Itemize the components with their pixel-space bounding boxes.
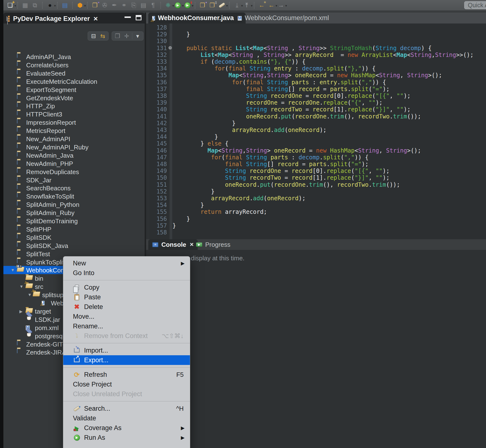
tree-row-SDK_Jar[interactable]: SDK_Jar (3, 176, 145, 184)
tree-row-SplitSDK_Java[interactable]: SplitSDK_Java (3, 241, 145, 250)
tree-row-SplitDemoTraining[interactable]: SplitDemoTraining (3, 217, 145, 225)
line-number-129: 129 (156, 31, 167, 38)
marker-pen-icon[interactable]: ▼ (217, 1, 227, 10)
quick-access-field[interactable]: Quick A (464, 1, 486, 9)
close-icon[interactable]: ✕ (93, 16, 98, 22)
link-with-editor-icon[interactable]: ⇆ (98, 32, 107, 40)
save-all-icon[interactable]: ⧉ (30, 1, 40, 10)
tree-row-NewAdmin_Java[interactable]: NewAdmin_Java (3, 151, 145, 159)
console-tab-Progress[interactable]: ▶Progress (192, 239, 234, 250)
coverage-icon-caret[interactable]: ▼ (191, 4, 194, 8)
menu-item-export[interactable]: Export... (63, 355, 190, 365)
tree-row-HTTPClient3[interactable]: HTTPClient3 (3, 110, 145, 118)
tree-row-New_AdminAPI[interactable]: New_AdminAPI (3, 135, 145, 143)
collapse-arrow-icon[interactable]: ▼ (19, 284, 24, 289)
tree-row-SnowflakeToSplit[interactable]: SnowflakeToSplit (3, 192, 145, 200)
forward-icon-caret[interactable]: ▼ (285, 4, 288, 8)
tab-pydev-package-explorer[interactable]: PyDev Package Explorer ✕ (6, 14, 98, 24)
back-icon[interactable]: ←▼ (267, 1, 276, 10)
menu-item-remove-from-context[interactable]: ⤵Remove from Context⌥⇧⌘↓ (63, 331, 190, 341)
editor-marker-bar[interactable] (146, 24, 150, 239)
marker-pen-icon-caret[interactable]: ▼ (226, 4, 228, 8)
maximize-button[interactable] (136, 15, 141, 20)
run-icon[interactable]: ▶▼ (173, 1, 182, 10)
menu-item-search[interactable]: Search...^H (63, 404, 190, 413)
save-icon[interactable]: ▦ (21, 1, 30, 10)
expand-arrow-icon[interactable]: ▶ (19, 309, 23, 314)
collapse-all-icon[interactable]: ⊟ (89, 32, 98, 40)
go-to-edit-icon[interactable]: ⤒▼ (242, 1, 251, 10)
console-view-icon[interactable]: ▤ (60, 1, 70, 10)
menu-item-go-into[interactable]: Go Into (63, 268, 190, 278)
filters-icon[interactable]: ❐ (113, 32, 122, 40)
menu-item-coverage-as[interactable]: ▶Coverage As▶ (63, 423, 190, 433)
code-editor[interactable]: } public static List<Map<String , String… (172, 24, 486, 239)
menu-item-close-project[interactable]: Close Project (63, 379, 190, 389)
tree-row-SplitSDK[interactable]: SplitSDK (3, 233, 145, 241)
new-wizard-icon-caret[interactable]: ▼ (14, 4, 17, 8)
tree-row-SplitPHP[interactable]: SplitPHP (3, 225, 145, 233)
menu-item-import[interactable]: Import... (63, 345, 190, 355)
forward-icon[interactable]: →▼ (276, 1, 286, 10)
fold-marker-icon[interactable]: − (168, 46, 172, 50)
closed-project-folder-icon (17, 226, 17, 230)
view-menu-icon[interactable]: ▾ (133, 32, 142, 40)
tree-row-ExportToSegment[interactable]: ExportToSegment (3, 86, 145, 94)
menu-item-copy[interactable]: Copy (63, 283, 190, 292)
minimize-button[interactable] (124, 16, 131, 18)
go-to-edit-icon-caret[interactable]: ▼ (250, 4, 253, 8)
new-wizard-icon[interactable]: ❏✚▼ (6, 1, 15, 10)
mylyn-task-icon[interactable]: ⬢▼ (75, 1, 85, 10)
next-annotation-icon[interactable]: ⎘ (129, 1, 138, 10)
tree-row-CorrelateUsers[interactable]: CorrelateUsers (3, 61, 145, 69)
keys-icon[interactable]: ⚭ (120, 1, 129, 10)
mylyn-task-icon-caret[interactable]: ▼ (84, 4, 87, 8)
user-profile-icon-caret[interactable]: ▼ (54, 4, 57, 8)
collapse-arrow-icon[interactable]: ▼ (11, 268, 15, 273)
tree-row-SplitAdmin_Ruby[interactable]: SplitAdmin_Ruby (3, 208, 145, 217)
tree-row-New_AdminAPI_Ruby[interactable]: New_AdminAPI_Ruby (3, 143, 145, 151)
menu-item-run-as[interactable]: ▶Run As▶ (63, 433, 190, 442)
feather-icon[interactable]: ✒ (110, 1, 119, 10)
tree-row-GetZendeskVote[interactable]: GetZendeskVote (3, 94, 145, 102)
pilcrow-icon[interactable]: ¶ (148, 1, 158, 10)
open-task-folder-icon[interactable]: ❐● (90, 1, 100, 10)
customize-icon[interactable]: ✛ (122, 32, 131, 40)
back-to-last-edit-icon[interactable]: ←✳ (257, 1, 266, 10)
menu-item-label: Import... (84, 347, 108, 354)
tree-row-ImpressionReport[interactable]: ImpressionReport (3, 118, 145, 126)
menu-item-label: Run As (84, 434, 105, 441)
collapse-arrow-icon[interactable]: ▼ (28, 293, 32, 297)
tree-item-label: SplitAdmin_Ruby (26, 209, 74, 217)
tree-row-HTTP_Zip[interactable]: HTTP_Zip (3, 102, 145, 110)
menu-item-move[interactable]: Move... (63, 312, 190, 321)
export-config-folder-icon[interactable]: ❐▯ (208, 1, 217, 10)
debug-beetle-icon[interactable]: ❈▼ (163, 1, 173, 10)
menu-item-close-unrelated-project[interactable]: Close Unrelated Project (63, 389, 190, 399)
menu-item-validate[interactable]: Validate (63, 413, 190, 423)
editor-tab-WebhookConsumer/pom.xml[interactable]: MWebhookConsumer/pom.xml (234, 13, 333, 24)
menu-item-delete[interactable]: ✖Delete (63, 302, 190, 312)
tree-row-ExecuteMetricCalculation[interactable]: ExecuteMetricCalculation (3, 77, 145, 86)
coverage-icon[interactable]: ▶▮▼ (183, 1, 192, 10)
menu-item-paste[interactable]: Paste (63, 292, 190, 302)
user-profile-icon[interactable]: ●▼ (45, 1, 55, 10)
tree-row-SplitAdmin_Python[interactable]: SplitAdmin_Python (3, 200, 145, 208)
tree-row-RemoveDuplicates[interactable]: RemoveDuplicates (3, 168, 145, 176)
editor-tab-WebhookConsumer.java[interactable]: J⚠WebhookConsumer.java✕ (148, 13, 246, 24)
menu-item-refresh[interactable]: ⟳RefreshF5 (63, 370, 190, 379)
tree-row-SearchBeacons[interactable]: SearchBeacons (3, 184, 145, 192)
tree-row-MetricsReport[interactable]: MetricsReport (3, 126, 145, 135)
last-edit-location-icon[interactable]: ⤓▼ (232, 1, 242, 10)
menu-item-rename[interactable]: Rename... (63, 321, 190, 331)
import-config-folder-icon[interactable]: ❐● (198, 1, 207, 10)
task-list-icon[interactable]: ▤ (139, 1, 148, 10)
editor-line-number-gutter[interactable]: 1281291301311321331341351361371381391401… (150, 24, 170, 239)
team-sync-icon[interactable]: ✇ (100, 1, 109, 10)
console-tab-Console[interactable]: ≡Console✕ (148, 239, 198, 250)
tree-row-AdminAPI_Java[interactable]: AdminAPI_Java (3, 53, 145, 61)
tree-row-EvaluateSeed[interactable]: EvaluateSeed (3, 69, 145, 77)
closed-project-folder-icon (17, 177, 17, 181)
tree-row-NewAdmin_PHP[interactable]: NewAdmin_PHP (3, 159, 145, 168)
menu-item-new[interactable]: New▶ (63, 258, 190, 268)
